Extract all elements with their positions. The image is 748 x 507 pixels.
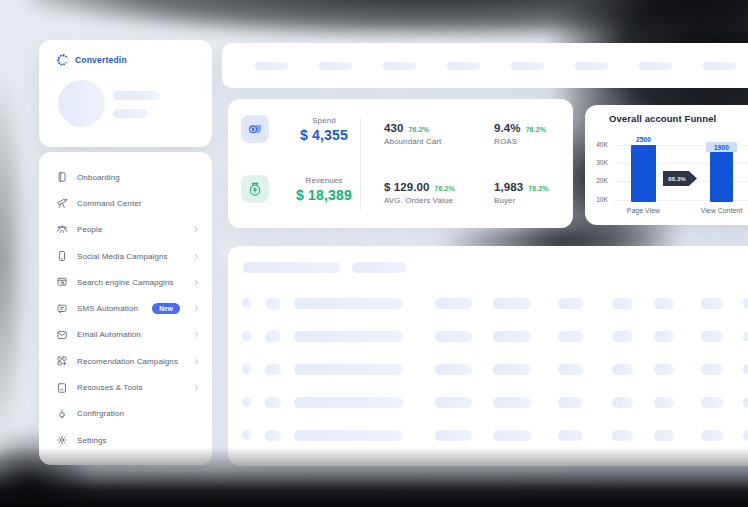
sidebar-nav: OnboardingCommand CenterPeopleSocial Med…	[39, 152, 212, 465]
cell-skeleton	[265, 397, 281, 408]
cell-skeleton	[294, 430, 403, 441]
background-shadow-left	[0, 60, 30, 460]
mini-stat-label: ROAS	[494, 137, 567, 146]
sidebar-profile-card: Convertedin	[39, 40, 212, 147]
sidebar-item-recomendation-campaigns[interactable]: Recomendation Campaigns	[39, 348, 212, 374]
cell-skeleton	[493, 331, 531, 342]
mini-stat-value: $ 129.00	[384, 181, 430, 193]
cell-skeleton	[265, 364, 281, 375]
stat-value: $ 18,389	[280, 187, 368, 203]
mini-stat-value: 9.4%	[494, 122, 521, 134]
bar-value-label: 1900	[714, 144, 729, 151]
stat-label: Revenues	[280, 176, 368, 185]
topbar	[222, 43, 748, 88]
mini-stat-label: AVG. Orders Value	[384, 196, 494, 205]
y-axis-tick: 30K	[591, 159, 608, 166]
cell-skeleton	[654, 397, 674, 408]
row-avatar-skeleton	[242, 430, 252, 440]
cell-skeleton	[743, 331, 748, 342]
table-row-skeleton	[228, 364, 748, 375]
new-badge: New	[152, 303, 180, 315]
table-row-skeleton	[228, 298, 748, 309]
stats-card: Spend$ 4,355Revenues$ 18,389 43076.2%Abo…	[228, 99, 573, 228]
sidebar-item-social-media-campaigns[interactable]: Social Media Campaigns	[39, 243, 212, 269]
chevron-right-icon	[193, 305, 200, 312]
sidebar-item-people[interactable]: People	[39, 217, 212, 243]
cell-skeleton	[654, 298, 674, 309]
topbar-skeleton-pill	[319, 62, 352, 70]
sidebar-item-onboarding[interactable]: Onboarding	[39, 164, 212, 190]
cell-skeleton	[558, 331, 583, 342]
cell-skeleton	[558, 397, 583, 408]
mini-stat-pct: 76.2%	[409, 126, 429, 133]
topbar-skeleton-pill	[447, 62, 480, 70]
cell-skeleton	[701, 331, 723, 342]
cell-skeleton	[743, 430, 748, 441]
cell-skeleton	[701, 298, 723, 309]
y-axis-tick: 40K	[591, 141, 608, 148]
cell-skeleton	[294, 364, 403, 375]
content-card	[228, 246, 748, 466]
sidebar-item-label: Command Center	[77, 199, 200, 208]
cell-skeleton	[294, 397, 403, 408]
cell-skeleton	[435, 331, 472, 342]
content-subtitle-skeleton	[352, 262, 407, 273]
profile-name-skeleton	[113, 91, 160, 100]
stat-value: $ 4,355	[280, 127, 368, 143]
sidebar-item-confirgration[interactable]: Confirgration	[39, 401, 212, 427]
cell-skeleton	[435, 430, 472, 441]
sidebar-item-label: Search engine Camapgins	[77, 278, 184, 287]
sidebar-item-sms-automation[interactable]: SMS AutomationNew	[39, 295, 212, 321]
mini-stat-pct: 76.2%	[435, 185, 455, 192]
cell-skeleton	[493, 430, 531, 441]
cell-skeleton	[265, 298, 281, 309]
row-avatar-skeleton	[242, 298, 252, 308]
sidebar-item-label: People	[77, 225, 184, 234]
mini-stat-aboundant-cart: 43076.2%Aboundant Cart	[384, 122, 494, 146]
sidebar-item-label: Social Media Campaigns	[77, 252, 184, 261]
chevron-right-icon	[193, 384, 200, 391]
coins-icon	[241, 115, 269, 143]
mail-icon	[56, 329, 68, 341]
content-title-skeleton	[243, 262, 341, 273]
cell-skeleton	[558, 364, 583, 375]
stat-spend: Spend$ 4,355	[241, 115, 368, 143]
cell-skeleton	[654, 430, 674, 441]
mini-stat-label: Buyer	[494, 196, 567, 205]
cell-skeleton	[743, 364, 748, 375]
sidebar-item-settings[interactable]: Settings	[39, 427, 212, 453]
table-row-skeleton	[228, 331, 748, 342]
brand-logo[interactable]: Convertedin	[56, 53, 127, 67]
people-icon	[56, 224, 68, 236]
money-bag-icon	[241, 175, 269, 203]
sidebar-item-search-engine-camapgins[interactable]: Search engine Camapgins	[39, 269, 212, 295]
chat-icon	[56, 303, 68, 315]
cell-skeleton	[701, 397, 723, 408]
cell-skeleton	[743, 298, 748, 309]
cell-skeleton	[743, 397, 748, 408]
cell-skeleton	[612, 364, 633, 375]
bar-value-label: 2500	[621, 136, 666, 143]
topbar-skeleton-pill	[639, 62, 672, 70]
topbar-skeleton-pill	[703, 62, 736, 70]
mini-stat-value: 430	[384, 122, 404, 134]
sidebar-item-command-center[interactable]: Command Center	[39, 190, 212, 216]
funnel-bar-view-content	[710, 152, 733, 202]
cell-skeleton	[701, 364, 723, 375]
sidebar-item-resouses-tools[interactable]: Resouses & Tools	[39, 374, 212, 400]
phone-icon	[56, 250, 68, 262]
brand-name: Convertedin	[75, 55, 127, 65]
stats-divider	[360, 118, 361, 210]
cell-skeleton	[493, 397, 531, 408]
cell-skeleton	[493, 298, 531, 309]
cell-skeleton	[294, 298, 403, 309]
y-axis-tick: 20K	[591, 177, 608, 184]
funnel-chart: 40K30K20K10K2500Page View1900View Conten…	[585, 105, 748, 225]
convertedin-logo-icon	[56, 53, 70, 67]
stat-revenues: Revenues$ 18,389	[241, 175, 368, 203]
stat-label: Spend	[280, 116, 368, 125]
sidebar-item-email-automation[interactable]: Email Automation	[39, 322, 212, 348]
y-axis-tick: 10K	[591, 196, 608, 203]
chevron-right-icon	[193, 358, 200, 365]
background-shadow-top	[30, 0, 748, 36]
